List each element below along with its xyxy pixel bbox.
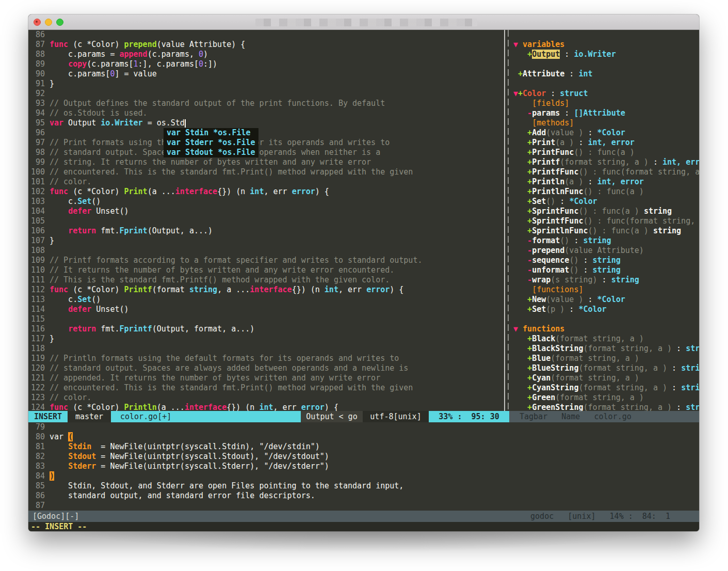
tag-entry[interactable]: +BlackString(format string, a ) : str [513, 344, 699, 354]
tag-entry[interactable]: +Printf(format string, a ) : int, err [513, 157, 699, 167]
godoc-line[interactable]: 82 Stdout = NewFile(uintptr(syscall.Stdo… [28, 452, 699, 462]
code-line[interactable]: 113 c.Set() [28, 295, 504, 305]
code-line[interactable]: 123// color. [28, 393, 504, 403]
tag-entry[interactable]: -params : []Attribute [513, 108, 699, 118]
tag-entry[interactable]: +PrintfFunc() : func(format string, a [513, 167, 699, 177]
tag-entry[interactable]: +Output : io.Writer [513, 50, 699, 59]
titlebar[interactable] [28, 14, 699, 30]
code-line[interactable]: 94// os.Stdout is used. [28, 108, 504, 118]
code-line[interactable]: 90 c.params[0] = value [28, 69, 504, 79]
code-line[interactable]: 119// Println formats using the default … [28, 354, 504, 363]
code-line[interactable]: 118 [28, 344, 504, 354]
tag-entry[interactable]: ▼+Color : struct [513, 89, 699, 99]
tag-entry[interactable]: +Green(format string, a ) [513, 393, 699, 403]
godoc-line[interactable]: 87 [28, 501, 699, 511]
tag-entry[interactable]: +New(value ) : *Color [513, 295, 699, 305]
code-line[interactable]: 98// standard output. Spaces are added b… [28, 148, 504, 157]
tag-entry[interactable]: +CyanString(format string, a ) : stri [513, 383, 699, 393]
tag-entry[interactable]: +SprintlnFunc() : func(a ) string [513, 226, 699, 236]
tag-entry[interactable]: +Add(value ) : *Color [513, 128, 699, 138]
godoc-preview-pane[interactable]: 7980var (81 Stdin = NewFile(uintptr(sysc… [28, 422, 699, 511]
tag-entry[interactable]: -unformat() : string [513, 265, 699, 275]
godoc-line[interactable]: 85 Stdin, Stdout, and Stderr are open Fi… [28, 481, 699, 491]
code-line[interactable]: 91} [28, 79, 504, 89]
tag-entry[interactable]: +Attribute : int [513, 69, 699, 79]
window-split-separator[interactable] [504, 30, 512, 411]
code-line[interactable]: 121// appended. It returns the number of… [28, 373, 504, 383]
tag-entry[interactable]: +Set(p ) : *Color [513, 305, 699, 314]
godoc-line[interactable]: 81 Stdin = NewFile(uintptr(syscall.Stdin… [28, 442, 699, 452]
tag-entry[interactable]: +Println(a ) : int, error [513, 177, 699, 187]
minimize-button[interactable] [45, 19, 52, 26]
tag-entry[interactable]: +SprintfFunc() : func(format string, [513, 216, 699, 226]
tag-entry[interactable]: +Print(a ) : int, error [513, 138, 699, 148]
tag-entry[interactable]: +Blue(format string, a ) [513, 354, 699, 363]
close-button[interactable] [34, 19, 41, 26]
code-line[interactable]: 100// encountered. This is the standard … [28, 167, 504, 177]
tag-entry[interactable] [513, 59, 699, 69]
tag-entry[interactable]: +Cyan(format string, a ) [513, 373, 699, 383]
godoc-line[interactable]: 86 standard output, and standard error f… [28, 491, 699, 501]
code-line[interactable]: 104 defer Unset() [28, 207, 504, 216]
code-line[interactable]: 124func (c *Color) Println(a ...interfac… [28, 403, 504, 411]
code-line[interactable]: 93// Output defines the standard output … [28, 99, 504, 108]
code-line[interactable]: 97// Print formats using the default for… [28, 138, 504, 148]
tag-entry[interactable]: -sequence() : string [513, 256, 699, 265]
code-line[interactable]: 101// color. [28, 177, 504, 187]
godoc-line[interactable]: 84) [28, 471, 699, 481]
code-line[interactable]: 86 [28, 30, 504, 40]
godoc-line[interactable]: 80var ( [28, 432, 699, 442]
code-line[interactable]: 106 return fmt.Fprint(Output, a...) [28, 226, 504, 236]
tag-entry[interactable]: +PrintFunc() : func(a ) [513, 148, 699, 157]
tag-entry[interactable]: +BlueString(format string, a ) : stri [513, 363, 699, 373]
code-line[interactable]: 109// Printf formats according to a form… [28, 256, 504, 265]
tag-entry[interactable]: ▼ variables [513, 40, 699, 50]
godoc-line[interactable]: 79 [28, 422, 699, 432]
tag-entry[interactable]: +Black(format string, a ) [513, 334, 699, 344]
code-line[interactable]: 114 defer Unset() [28, 305, 504, 314]
tagbar-pane[interactable]: ▼ variables +Output : io.Writer +Attribu… [512, 30, 699, 411]
code-line[interactable]: 89 copy(c.params[1:], c.params[0:]) [28, 59, 504, 69]
code-line[interactable]: 107} [28, 236, 504, 246]
code-line[interactable]: 112func (c *Color) Printf(format string,… [28, 285, 504, 295]
code-line[interactable]: 120// standard output. Spaces are always… [28, 363, 504, 373]
code-line[interactable]: 103 c.Set() [28, 197, 504, 207]
completion-item[interactable]: var Stdout *os.File [164, 148, 258, 157]
tag-entry[interactable]: +SprintFunc() : func(a ) string [513, 207, 699, 216]
tag-entry[interactable] [513, 314, 699, 324]
code-line[interactable]: 99// string. It returns the number of by… [28, 157, 504, 167]
tag-entry[interactable]: [fields] [513, 99, 699, 108]
code-line[interactable]: 88 c.params = append(c.params, 0) [28, 50, 504, 59]
code-editor-pane[interactable]: var Stdin *os.Filevar Stderr *os.Filevar… [28, 30, 504, 411]
code-line[interactable]: 111// This is the standard fmt.Printf() … [28, 275, 504, 285]
tag-entry[interactable]: -format() : string [513, 236, 699, 246]
tag-entry[interactable]: [methods] [513, 118, 699, 128]
code-line[interactable]: 87func (c *Color) prepend(value Attribut… [28, 40, 504, 50]
tag-entry[interactable] [513, 79, 699, 89]
code-line[interactable]: 92 [28, 89, 504, 99]
code-line[interactable]: 95var Output io.Writer = os.Std [28, 118, 504, 128]
code-line[interactable]: 117} [28, 334, 504, 344]
line-number: 104 [28, 207, 45, 216]
code-line[interactable]: 96 [28, 128, 504, 138]
tag-entry[interactable]: +GreenString(format string, a ) : str [513, 403, 699, 411]
tag-entry[interactable]: -wrap(s string) : string [513, 275, 699, 285]
tag-entry[interactable]: -prepend(value Attribute) [513, 246, 699, 256]
tag-entry[interactable]: ▼ functions [513, 324, 699, 334]
code-line[interactable]: 102func (c *Color) Print(a ...interface{… [28, 187, 504, 197]
tag-entry[interactable]: [functions] [513, 285, 699, 295]
code-line[interactable]: 105 [28, 216, 504, 226]
godoc-line[interactable]: 83 Stderr = NewFile(uintptr(syscall.Stde… [28, 462, 699, 471]
tag-entry[interactable]: +Set() : *Color [513, 197, 699, 207]
code-line[interactable]: 122// encountered. This is the standard … [28, 383, 504, 393]
code-line[interactable]: 115 [28, 314, 504, 324]
completion-item[interactable]: var Stdin *os.File [164, 128, 258, 138]
tag-entry[interactable] [513, 30, 699, 40]
code-line[interactable]: 108 [28, 246, 504, 256]
line-number: 117 [28, 334, 45, 344]
completion-item[interactable]: var Stderr *os.File [164, 138, 258, 148]
tag-entry[interactable]: +PrintlnFunc() : func(a ) [513, 187, 699, 197]
code-line[interactable]: 116 return fmt.Fprintf(Output, format, a… [28, 324, 504, 334]
zoom-button[interactable] [56, 19, 63, 26]
code-line[interactable]: 110// It returns the number of bytes wri… [28, 265, 504, 275]
